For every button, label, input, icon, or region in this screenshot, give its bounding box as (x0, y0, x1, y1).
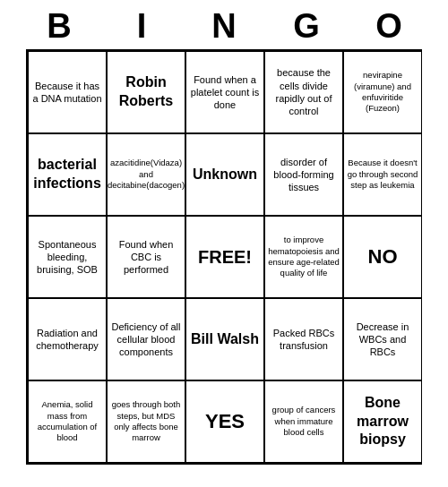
cell-4-3: group of cancers when immature blood cel… (264, 380, 343, 463)
letter-g: G (271, 7, 342, 46)
letter-n: N (188, 7, 260, 46)
cell-1-1: azacitidine(Vidaza) and decitabine(dacog… (107, 133, 185, 216)
cell-4-2-yes: YES (185, 380, 264, 463)
cell-4-1: goes through both steps, but MDS only af… (107, 380, 185, 463)
cell-2-1: Found when CBC is performed (107, 216, 185, 298)
cell-0-1: Robin Roberts (107, 51, 185, 133)
cell-1-0: bacterial infections (28, 133, 107, 216)
bingo-title: B I N G O (18, 7, 430, 46)
cell-2-2-free: FREE! (185, 216, 264, 298)
cell-1-3: disorder of blood-forming tissues (264, 133, 343, 216)
cell-0-3: because the cells divide rapidly out of … (264, 51, 343, 133)
letter-o: O (353, 7, 425, 46)
cell-4-4: Bone marrow biopsy (343, 380, 422, 463)
cell-1-4: Because it doesn't go through second ste… (343, 133, 422, 216)
letter-b: B (23, 7, 95, 46)
cell-3-4: Decrease in WBCs and RBCs (343, 298, 422, 380)
cell-3-0: Radiation and chemotherapy (28, 298, 107, 380)
cell-3-3: Packed RBCs transfusion (264, 298, 343, 380)
cell-0-2: Found when a platelet count is done (185, 51, 264, 133)
cell-0-4: nevirapine (viramune) and enfuviritide (… (343, 51, 422, 133)
cell-2-3: to improve hematopoiesis and ensure age-… (264, 216, 343, 298)
cell-2-4: NO (343, 216, 422, 298)
cell-2-0: Spontaneous bleeding, bruising, SOB (28, 216, 107, 298)
bingo-grid: Because it has a DNA mutation Robin Robe… (26, 49, 422, 465)
cell-3-1: Deficiency of all cellular blood compone… (107, 298, 185, 380)
cell-0-0: Because it has a DNA mutation (28, 51, 107, 133)
letter-i: I (106, 7, 177, 46)
cell-3-2: Bill Walsh (185, 298, 264, 380)
cell-1-2: Unknown (185, 133, 264, 216)
cell-4-0: Anemia, solid mass from accumulation of … (28, 380, 107, 463)
